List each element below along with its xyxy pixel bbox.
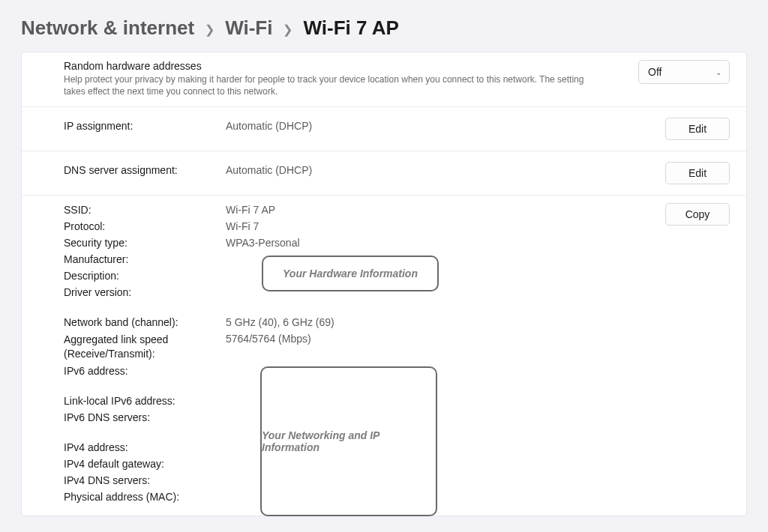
detail-row: SSID:Wi-Fi 7 AP: [64, 202, 730, 218]
random-hardware-title: Random hardware addresses: [64, 60, 638, 72]
detail-label: Manufacturer:: [64, 253, 226, 265]
random-hardware-section: Random hardware addresses Help protect y…: [22, 52, 746, 107]
breadcrumb-current: Wi-Fi 7 AP: [303, 16, 398, 40]
detail-label: Network band (channel):: [64, 316, 226, 328]
network-details-section: Copy SSID:Wi-Fi 7 APProtocol:Wi-Fi 7Secu…: [22, 196, 746, 515]
detail-label: IPv4 default gateway:: [64, 458, 226, 470]
detail-row: IPv4 address:: [64, 439, 730, 456]
detail-row: Description:: [64, 267, 730, 284]
ip-assignment-value: Automatic (DHCP): [226, 120, 312, 132]
detail-label: Driver version:: [64, 286, 226, 298]
detail-label: IPv4 DNS servers:: [64, 474, 226, 486]
dns-assignment-edit-button[interactable]: Edit: [665, 162, 730, 184]
detail-row: IPv6 DNS servers:: [64, 409, 730, 426]
detail-row: Manufacturer:: [64, 251, 730, 267]
detail-value: Wi-Fi 7: [226, 220, 259, 232]
detail-label: Security type:: [64, 237, 226, 249]
ip-assignment-section: IP assignment: Automatic (DHCP) Edit: [22, 107, 746, 151]
ip-assignment-label: IP assignment:: [64, 120, 226, 132]
detail-row: Protocol:Wi-Fi 7: [64, 218, 730, 235]
detail-row: IPv4 DNS servers:: [64, 472, 730, 489]
chevron-right-icon: ❯: [283, 22, 292, 37]
detail-row: IPv4 default gateway:: [64, 456, 730, 472]
random-hardware-dropdown[interactable]: Off ⌄: [638, 60, 730, 84]
detail-label: Link-local IPv6 address:: [64, 395, 226, 407]
breadcrumb-mid[interactable]: Wi-Fi: [225, 16, 272, 40]
detail-row: Link-local IPv6 address:: [64, 393, 730, 409]
detail-row: IPv6 address:: [64, 363, 730, 379]
detail-label: IPv6 DNS servers:: [64, 411, 226, 423]
breadcrumb: Network & internet ❯ Wi-Fi ❯ Wi-Fi 7 AP: [0, 0, 768, 52]
breadcrumb-root[interactable]: Network & internet: [21, 16, 194, 40]
settings-panel: Random hardware addresses Help protect y…: [21, 52, 747, 516]
hardware-info-block: SSID:Wi-Fi 7 APProtocol:Wi-Fi 7Security …: [64, 202, 730, 300]
random-hardware-desc: Help protect your privacy by making it h…: [64, 73, 589, 97]
detail-label: Physical address (MAC):: [64, 491, 226, 503]
detail-label: SSID:: [64, 204, 226, 216]
detail-row: Driver version:: [64, 284, 730, 300]
detail-row: Aggregated link speed (Receive/Transmit)…: [64, 330, 730, 362]
detail-label: Description:: [64, 270, 226, 282]
ip-assignment-edit-button[interactable]: Edit: [665, 118, 730, 140]
detail-value: Wi-Fi 7 AP: [226, 204, 275, 216]
detail-label: IPv4 address:: [64, 441, 226, 453]
detail-value: 5 GHz (40), 6 GHz (69): [226, 316, 334, 328]
detail-label: Aggregated link speed (Receive/Transmit)…: [64, 333, 226, 360]
detail-value: WPA3-Personal: [226, 237, 300, 249]
chevron-down-icon: ⌄: [716, 68, 722, 76]
detail-row: Security type:WPA3-Personal: [64, 235, 730, 251]
detail-row: Physical address (MAC):: [64, 489, 730, 505]
dns-assignment-value: Automatic (DHCP): [226, 164, 312, 176]
network-info-block: Network band (channel):5 GHz (40), 6 GHz…: [64, 314, 730, 504]
detail-label: IPv6 address:: [64, 365, 226, 377]
dns-assignment-section: DNS server assignment: Automatic (DHCP) …: [22, 151, 746, 196]
chevron-right-icon: ❯: [205, 22, 214, 37]
random-hardware-value: Off: [648, 66, 662, 78]
detail-value: 5764/5764 (Mbps): [226, 333, 311, 345]
dns-assignment-label: DNS server assignment:: [64, 164, 226, 176]
detail-label: Protocol:: [64, 220, 226, 232]
detail-row: Network band (channel):5 GHz (40), 6 GHz…: [64, 314, 730, 330]
